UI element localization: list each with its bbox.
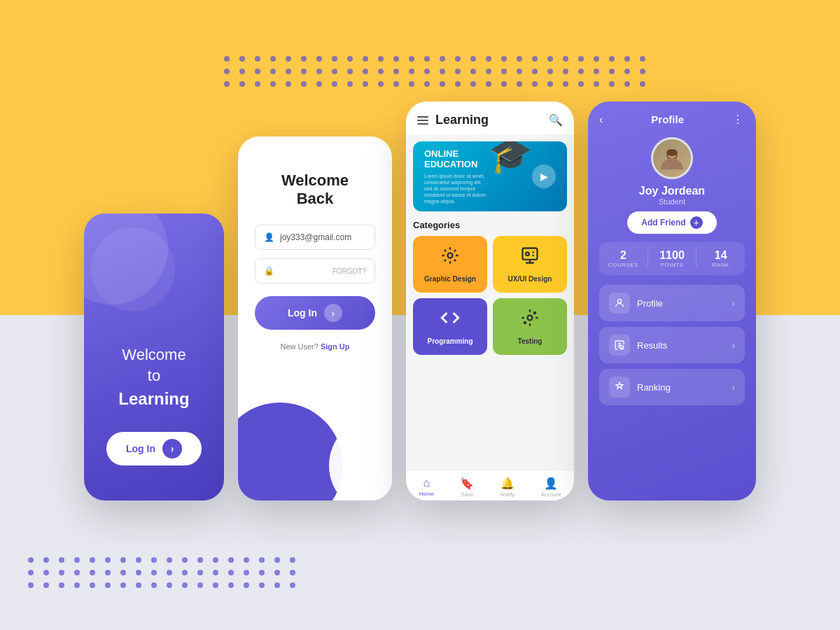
testing-icon: [520, 308, 540, 332]
results-menu-label: Results: [637, 340, 724, 351]
menu-icon[interactable]: [417, 116, 428, 125]
video-banner[interactable]: ONLINE EDUCATION Lorem ipsum dolor sit a…: [413, 141, 567, 211]
welcome-back-title: Welcome Back: [281, 172, 349, 208]
svg-point-4: [533, 312, 537, 315]
courses-label: COURSES: [599, 262, 648, 268]
category-ux-design[interactable]: UX/UI Design: [493, 236, 567, 293]
signup-link[interactable]: Sign Up: [321, 342, 350, 351]
categories-title: Categories: [413, 220, 567, 230]
welcome-login-button[interactable]: Log In ›: [106, 432, 202, 465]
results-arrow-icon: ›: [732, 340, 735, 351]
graphic-design-label: Graphic Design: [424, 275, 476, 283]
learning-header: Learning 🔍: [406, 102, 574, 134]
points-value: 1100: [648, 249, 696, 262]
category-graphic-design[interactable]: Graphic Design: [413, 236, 487, 293]
svg-point-8: [666, 149, 678, 156]
menu-item-ranking[interactable]: Ranking ›: [599, 369, 745, 405]
stat-points: 1100 POINTS: [648, 249, 697, 268]
svg-point-3: [528, 316, 533, 321]
add-friend-button[interactable]: Add Friend +: [627, 211, 716, 234]
profile-avatar-section: Joy Jordean Student Add Friend +: [599, 137, 745, 234]
rank-value: 14: [696, 249, 745, 262]
bottom-nav: ⌂ Home 🔖 Save 🔔 Notify 👤 Account: [406, 470, 574, 500]
more-options-button[interactable]: ⋮: [732, 113, 745, 126]
dots-decoration-top: [224, 56, 798, 87]
ranking-menu-icon: [609, 377, 630, 398]
plus-icon: +: [690, 216, 703, 229]
learning-content: ONLINE EDUCATION Lorem ipsum dolor sit a…: [406, 134, 574, 470]
graduation-cap-icon: 🎓: [489, 141, 532, 175]
welcome-line1: Welcome: [122, 346, 186, 363]
welcome-line3: Learning: [118, 389, 189, 408]
user-icon: 👤: [264, 232, 274, 242]
nav-home[interactable]: ⌂ Home: [419, 477, 434, 498]
avatar: [651, 137, 693, 179]
svg-point-0: [448, 253, 453, 258]
password-field-container[interactable]: 🔒 FORGOT?: [255, 258, 375, 284]
bell-icon: 🔔: [500, 477, 514, 490]
arrow-icon: ›: [324, 304, 342, 322]
login-screen: Welcome Back 👤 🔒 FORGOT? Log In › New Us…: [238, 136, 392, 500]
ux-design-icon: [520, 246, 540, 270]
profile-screen: ‹ Profile ⋮ Joy Jordean Student Add Frie…: [588, 102, 756, 500]
nav-save[interactable]: 🔖 Save: [460, 477, 474, 498]
arrow-icon: ›: [162, 439, 182, 458]
stat-rank: 14 RANK: [696, 249, 745, 268]
profile-menu-list: Profile › Results ›: [599, 285, 745, 405]
points-label: POINTS: [648, 262, 696, 268]
welcome-text: Welcome to Learning: [118, 344, 189, 411]
ranking-arrow-icon: ›: [732, 382, 735, 393]
password-input[interactable]: [280, 266, 327, 276]
welcome-line2: to: [148, 367, 160, 384]
profile-header-bar: ‹ Profile ⋮: [599, 113, 745, 126]
svg-point-5: [524, 321, 527, 325]
nav-save-label: Save: [461, 491, 473, 498]
user-name: Joy Jordean: [639, 185, 705, 197]
lock-icon: 🔒: [264, 266, 274, 276]
profile-arrow-icon: ›: [732, 298, 735, 309]
screens-wrapper: Welcome to Learning Log In › Welcome Bac…: [84, 102, 756, 528]
nav-home-label: Home: [419, 491, 434, 497]
menu-item-results[interactable]: Results ›: [599, 327, 745, 363]
new-user-text: New User? Sign Up: [280, 342, 349, 351]
learning-screen: Learning 🔍 ONLINE EDUCATION Lorem ipsum …: [406, 102, 574, 500]
search-icon[interactable]: 🔍: [549, 113, 563, 127]
rank-label: RANK: [696, 262, 745, 268]
welcome-screen: Welcome to Learning Log In ›: [84, 214, 224, 500]
categories-grid: Graphic Design UX/UI Design: [413, 236, 567, 355]
ranking-menu-label: Ranking: [637, 382, 724, 393]
programming-label: Programming: [427, 337, 472, 345]
ux-design-label: UX/UI Design: [508, 275, 552, 283]
nav-notify-label: Notify: [500, 491, 514, 498]
nav-account[interactable]: 👤 Account: [540, 477, 561, 498]
programming-icon: [440, 308, 460, 332]
menu-item-profile[interactable]: Profile ›: [599, 285, 745, 321]
account-icon: 👤: [544, 477, 558, 490]
profile-menu-icon: [609, 293, 630, 314]
dots-decoration-bottom: [28, 557, 298, 588]
category-testing[interactable]: Testing: [493, 298, 567, 355]
email-input[interactable]: [280, 232, 366, 242]
user-role: Student: [659, 197, 685, 206]
svg-point-9: [617, 300, 621, 303]
nav-notify[interactable]: 🔔 Notify: [500, 477, 514, 498]
stats-row: 2 COURSES 1100 POINTS 14 RANK: [599, 242, 745, 275]
stat-courses: 2 COURSES: [599, 249, 648, 268]
back-button[interactable]: ‹: [599, 113, 603, 126]
nav-account-label: Account: [540, 491, 561, 498]
app-title: Learning: [435, 113, 489, 127]
results-menu-icon: [609, 335, 630, 356]
forgot-link[interactable]: FORGOT?: [332, 267, 366, 275]
email-field-container[interactable]: 👤: [255, 225, 375, 250]
bookmark-icon: 🔖: [460, 477, 474, 490]
courses-value: 2: [599, 249, 648, 262]
category-programming[interactable]: Programming: [413, 298, 487, 355]
profile-menu-label: Profile: [637, 298, 724, 309]
testing-label: Testing: [518, 337, 542, 345]
svg-point-2: [526, 252, 529, 255]
home-icon: ⌂: [423, 477, 430, 489]
graphic-design-icon: [440, 246, 460, 270]
play-button[interactable]: ▶: [532, 164, 556, 188]
login-button[interactable]: Log In ›: [255, 296, 375, 330]
profile-screen-title: Profile: [651, 113, 684, 125]
